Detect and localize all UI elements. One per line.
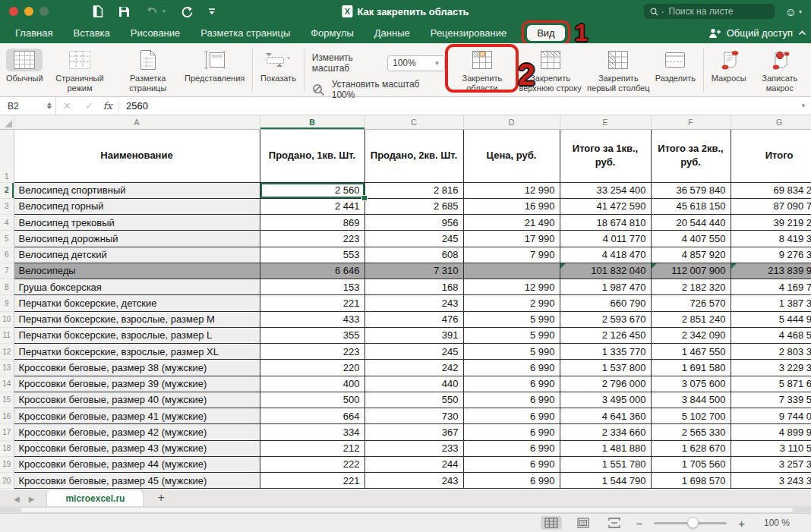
cell[interactable]: 6 990	[463, 424, 560, 440]
sheet-next-icon[interactable]: ▶	[29, 495, 35, 503]
cell[interactable]: 4 468 540	[731, 327, 811, 343]
cell[interactable]: 6 646	[260, 263, 364, 279]
row-number[interactable]: 16	[0, 408, 14, 424]
share-button[interactable]: Общий доступ	[708, 27, 806, 39]
cell[interactable]: 6 990	[463, 392, 560, 408]
cell[interactable]: 9 744 060	[731, 408, 811, 424]
tab-insert[interactable]: Вставка	[73, 27, 109, 39]
cell[interactable]: 440	[364, 376, 463, 392]
cell[interactable]: 4 011 770	[560, 231, 651, 247]
cell[interactable]: 242	[364, 360, 463, 376]
row-number[interactable]: 2	[0, 182, 14, 198]
column-header-c[interactable]: C	[364, 115, 463, 129]
cell[interactable]: 2 803 320	[731, 344, 811, 360]
cell[interactable]: 660 790	[560, 295, 651, 311]
sheet-prev-icon[interactable]: ◀	[14, 495, 20, 503]
cell[interactable]: Кроссовки беговые, размер 42 (мужские)	[14, 424, 260, 440]
cell[interactable]: 1 467 550	[651, 344, 731, 360]
name-box[interactable]: B2	[0, 97, 56, 115]
freeze-first-column-button[interactable]: Закрепить первый столбец	[587, 47, 650, 93]
cell[interactable]: 6 990	[463, 473, 560, 489]
cell[interactable]: 2 565 330	[651, 424, 731, 440]
status-page-break-button[interactable]	[604, 516, 624, 530]
cell[interactable]: 500	[260, 392, 364, 408]
zoom-slider[interactable]	[654, 522, 727, 524]
cell[interactable]: 3 075 600	[651, 376, 731, 392]
cell[interactable]: 233	[364, 440, 463, 456]
save-icon[interactable]	[118, 6, 130, 17]
cell[interactable]: 17 990	[463, 231, 560, 247]
search-scope-chevron-icon[interactable]: ⌄	[661, 8, 665, 14]
formula-input[interactable]: 2560	[126, 100, 148, 112]
tab-view[interactable]: Вид	[527, 25, 565, 41]
formula-bar-expand-icon[interactable]: ▼	[800, 102, 806, 109]
cell[interactable]: 221	[260, 473, 364, 489]
cell[interactable]: 7 990	[463, 247, 560, 263]
column-header-g[interactable]: G	[731, 115, 811, 129]
cell[interactable]: 1 537 800	[560, 360, 651, 376]
tab-formulas[interactable]: Формулы	[311, 27, 354, 39]
row-number[interactable]: 20	[0, 473, 14, 489]
enter-icon[interactable]: ✓	[85, 100, 93, 112]
cell[interactable]: 223	[260, 231, 364, 247]
cell[interactable]: 1 691 580	[651, 360, 731, 376]
cell[interactable]: 7 339 500	[731, 392, 811, 408]
cell[interactable]: Велосипед горный	[14, 198, 260, 214]
cell[interactable]: 4 641 360	[560, 408, 651, 424]
cell[interactable]: 3 495 000	[560, 392, 651, 408]
horizontal-scrollbar[interactable]	[0, 506, 811, 513]
row-number[interactable]: 7	[0, 263, 14, 279]
cell[interactable]: 367	[364, 424, 463, 440]
toolbar-overflow-icon[interactable]	[208, 8, 216, 15]
row-number[interactable]: 17	[0, 424, 14, 440]
cell[interactable]: Перчатки боксерские, взрослые, размер XL	[14, 344, 260, 360]
cell[interactable]: 212	[260, 440, 364, 456]
view-custom-views-button[interactable]: Представления	[185, 47, 245, 83]
cell[interactable]: Велосипед детский	[14, 247, 260, 263]
cell[interactable]: Велосипед трековый	[14, 215, 260, 231]
cell[interactable]: 8 419 320	[731, 231, 811, 247]
cell[interactable]: Кроссовки беговые, размер 44 (мужские)	[14, 456, 260, 472]
row-number[interactable]: 12	[0, 344, 14, 360]
cell[interactable]: Перчатки боксерские, взрослые, размер M	[14, 311, 260, 327]
undo-icon[interactable]	[145, 6, 158, 17]
name-box-stepper[interactable]	[47, 102, 52, 109]
cell[interactable]: 1 335 770	[560, 344, 651, 360]
row-number[interactable]: 1	[0, 129, 14, 182]
insert-function-icon[interactable]: fx	[103, 100, 112, 112]
row-number[interactable]: 14	[0, 376, 14, 392]
cell[interactable]: 2 593 670	[560, 311, 651, 327]
cell[interactable]: 334	[260, 424, 364, 440]
cell[interactable]: 391	[364, 327, 463, 343]
minimize-window-button[interactable]	[24, 7, 33, 16]
redo-icon[interactable]	[181, 5, 193, 18]
cell[interactable]: Кроссовки беговые, размер 43 (мужские)	[14, 440, 260, 456]
row-number[interactable]: 19	[0, 456, 14, 472]
record-macro-button[interactable]: Записать макрос	[752, 47, 808, 93]
set-zoom-100-button[interactable]: Установить масштаб 100%	[312, 79, 446, 100]
cell[interactable]: 2 685	[364, 198, 463, 214]
cell[interactable]: 6 990	[463, 360, 560, 376]
cell[interactable]: 2 334 660	[560, 424, 651, 440]
cell[interactable]: 2 126 450	[560, 327, 651, 343]
cell[interactable]: 222	[260, 456, 364, 472]
status-normal-view-button[interactable]	[541, 516, 562, 530]
cell[interactable]: 221	[260, 295, 364, 311]
cell[interactable]: 2 796 000	[560, 376, 651, 392]
zoom-select[interactable]: 100%▼	[387, 55, 445, 71]
cell[interactable]: 245	[364, 344, 463, 360]
tab-draw[interactable]: Рисование	[131, 27, 180, 39]
cell[interactable]: Итого	[731, 129, 811, 182]
zoom-out-button[interactable]: −	[636, 517, 642, 530]
view-normal-button[interactable]: Обычный	[6, 47, 43, 83]
view-page-break-button[interactable]: Страничный режим	[49, 47, 112, 93]
row-number[interactable]: 15	[0, 392, 14, 408]
cell[interactable]: 5 102 700	[651, 408, 731, 424]
cell[interactable]: 21 490	[463, 215, 560, 231]
cell[interactable]: 245	[364, 231, 463, 247]
cell[interactable]: Кроссовки беговые, размер 41 (мужские)	[14, 408, 260, 424]
cell[interactable]: 956	[364, 215, 463, 231]
cell[interactable]	[463, 263, 560, 279]
undo-dropdown-icon[interactable]: ▾	[163, 8, 166, 14]
new-file-icon[interactable]	[93, 5, 103, 17]
